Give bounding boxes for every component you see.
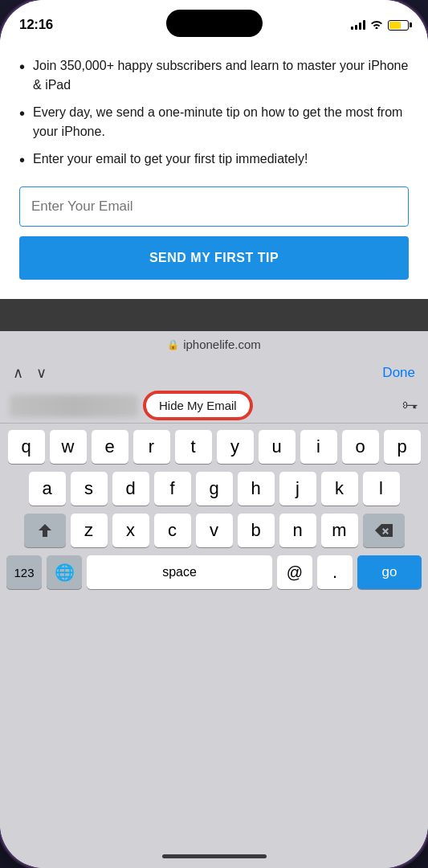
key-z[interactable]: z [71, 514, 108, 547]
key-l[interactable]: l [363, 472, 400, 506]
keyboard-row-2: a s d f g h j k l [3, 472, 425, 506]
key-j[interactable]: j [279, 472, 316, 506]
key-b[interactable]: b [238, 514, 275, 547]
period-key[interactable]: . [317, 555, 353, 589]
key-i[interactable]: i [300, 430, 337, 464]
bullet-item-3: Enter your email to get your first tip i… [19, 149, 409, 170]
done-button[interactable]: Done [382, 365, 415, 381]
key-icon: 🗝 [402, 396, 418, 415]
keyboard-row-3: z x c v b n m [3, 514, 425, 547]
battery-icon [388, 20, 409, 31]
emoji-key[interactable]: 🌐 [47, 555, 82, 589]
status-time: 12:16 [19, 17, 53, 33]
key-f[interactable]: f [154, 472, 191, 506]
url-domain: iphonelife.com [183, 338, 261, 351]
keyboard: q w e r t y u i o p a s d f g h j k [0, 424, 428, 848]
key-n[interactable]: n [279, 514, 316, 547]
dark-strip [0, 299, 428, 331]
key-p[interactable]: p [384, 430, 421, 464]
phone-screen: 12:16 [0, 0, 428, 868]
key-x[interactable]: x [112, 514, 149, 547]
bullet-list: Join 350,000+ happy subscribers and lear… [19, 56, 409, 170]
key-d[interactable]: d [112, 472, 149, 506]
autocomplete-row: Hide My Email 🗝 [0, 388, 428, 424]
key-c[interactable]: c [154, 514, 191, 547]
wifi-icon [370, 18, 383, 31]
key-h[interactable]: h [238, 472, 275, 506]
key-o[interactable]: o [342, 430, 379, 464]
shift-key[interactable] [24, 514, 66, 547]
prev-field-button[interactable]: ∧ [13, 364, 23, 382]
key-e[interactable]: e [92, 430, 128, 464]
keyboard-row-1: q w e r t y u i o p [3, 430, 425, 464]
key-v[interactable]: v [196, 514, 233, 547]
web-content: Join 350,000+ happy subscribers and lear… [0, 40, 428, 299]
key-w[interactable]: w [50, 430, 87, 464]
key-q[interactable]: q [8, 430, 45, 464]
key-u[interactable]: u [259, 430, 296, 464]
signal-bars-icon [351, 20, 365, 30]
nav-arrows: ∧ ∨ [13, 364, 47, 382]
keyboard-bottom-row: 123 🌐 space @ . go [3, 555, 425, 589]
dynamic-island [166, 10, 263, 37]
email-input[interactable] [19, 186, 409, 227]
at-key[interactable]: @ [277, 555, 312, 589]
autocomplete-suggestion-blurred[interactable] [10, 395, 138, 417]
key-t[interactable]: t [175, 430, 212, 464]
bullet-item-2: Every day, we send a one-minute tip on h… [19, 103, 409, 141]
delete-key[interactable] [363, 514, 405, 547]
key-s[interactable]: s [71, 472, 108, 506]
lock-icon: 🔒 [167, 339, 179, 350]
submit-button[interactable]: SEND MY FIRST TIP [19, 236, 409, 280]
bullet-item-1: Join 350,000+ happy subscribers and lear… [19, 56, 409, 95]
hide-my-email-button[interactable]: Hide My Email [145, 392, 251, 419]
key-m[interactable]: m [321, 514, 358, 547]
go-key[interactable]: go [357, 555, 422, 589]
key-k[interactable]: k [321, 472, 358, 506]
url-bar-content: 🔒 iphonelife.com [167, 338, 261, 351]
numbers-key[interactable]: 123 [6, 555, 42, 589]
key-r[interactable]: r [133, 430, 170, 464]
status-icons [351, 18, 409, 31]
next-field-button[interactable]: ∨ [36, 364, 47, 382]
home-bar [162, 854, 267, 858]
key-a[interactable]: a [29, 472, 66, 506]
home-indicator-area [0, 848, 428, 868]
url-bar-area: 🔒 iphonelife.com [0, 331, 428, 358]
keyboard-nav-bar: ∧ ∨ Done [0, 358, 428, 388]
key-y[interactable]: y [217, 430, 254, 464]
space-key[interactable]: space [87, 555, 272, 589]
key-g[interactable]: g [196, 472, 233, 506]
phone-frame: 12:16 [0, 0, 428, 868]
